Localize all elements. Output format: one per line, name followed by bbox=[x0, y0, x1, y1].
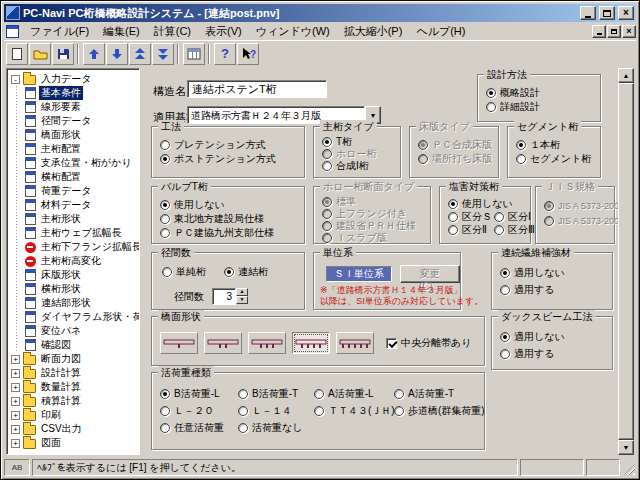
radio-option[interactable]: ＰＣ建協九州支部仕様 bbox=[160, 226, 302, 240]
tree-item[interactable]: 基本条件 bbox=[10, 86, 139, 100]
move-to-top-button[interactable] bbox=[129, 43, 151, 65]
help-button[interactable]: ? bbox=[214, 43, 236, 65]
menu-item-window[interactable]: ウィンドウ(W) bbox=[249, 22, 337, 41]
spin-up-icon[interactable]: ▲ bbox=[236, 288, 248, 296]
radio-option[interactable]: ポストテンション方式 bbox=[160, 152, 302, 166]
bridge-shape-button-4[interactable] bbox=[292, 332, 330, 354]
bridge-shape-button-3[interactable] bbox=[248, 332, 286, 354]
menu-item-edit[interactable]: 編集(E) bbox=[96, 22, 147, 41]
scrollbar-thumb[interactable] bbox=[618, 83, 634, 440]
radio-option[interactable]: １本桁 bbox=[516, 138, 598, 152]
tree-item[interactable]: 主桁桁高変化 bbox=[10, 254, 139, 268]
scroll-down-button[interactable]: ▼ bbox=[618, 440, 634, 455]
tree-item[interactable]: 主桁下フランジ拡幅長 bbox=[10, 240, 139, 254]
radio-option[interactable]: 区分Ⅲ bbox=[494, 223, 535, 236]
scroll-up-button[interactable]: ▲ bbox=[618, 68, 634, 83]
radio-option[interactable]: 歩道橋(群集荷重) bbox=[394, 402, 485, 419]
minimize-button[interactable] bbox=[580, 6, 596, 20]
radio-option[interactable]: B活荷重-L bbox=[160, 385, 238, 402]
close-button[interactable]: × bbox=[618, 6, 634, 20]
tree-item[interactable]: 床版形状 bbox=[10, 268, 139, 282]
bridge-shape-button-2[interactable] bbox=[204, 332, 242, 354]
tree-item[interactable]: 主桁配置 bbox=[10, 142, 139, 156]
move-up-button[interactable] bbox=[83, 43, 105, 65]
vertical-scrollbar[interactable]: ▲ ▼ bbox=[618, 68, 634, 455]
bridge-shape-button-1[interactable] bbox=[160, 332, 198, 354]
collapse-icon[interactable]: - bbox=[11, 75, 20, 84]
radio-option[interactable]: 詳細設計 bbox=[486, 100, 598, 114]
radio-option[interactable]: 合成I桁 bbox=[322, 160, 398, 172]
expand-icon[interactable]: + bbox=[11, 355, 20, 364]
document-icon[interactable] bbox=[6, 25, 19, 38]
radio-option[interactable]: 東北地方建設局仕様 bbox=[160, 212, 302, 226]
tree-item[interactable]: 主桁形状 bbox=[10, 212, 139, 226]
expand-icon[interactable]: + bbox=[11, 383, 20, 392]
expand-icon[interactable]: + bbox=[11, 397, 20, 406]
tree-item[interactable]: 主桁ウェブ拡幅長 bbox=[10, 226, 139, 240]
mdi-close-button[interactable]: × bbox=[622, 25, 636, 38]
spin-down-icon[interactable]: ▼ bbox=[236, 296, 248, 304]
median-strip-checkbox[interactable]: 中央分離帯あり bbox=[386, 336, 471, 350]
tree-item[interactable]: +図面 bbox=[10, 436, 139, 450]
tree-item[interactable]: 線形要素 bbox=[10, 100, 139, 114]
resize-grip[interactable] bbox=[622, 459, 636, 476]
radio-option[interactable]: 連結桁 bbox=[224, 265, 268, 279]
mdi-minimize-button[interactable] bbox=[592, 25, 606, 38]
bridge-shape-button-5[interactable] bbox=[336, 332, 374, 354]
menu-item-view[interactable]: 表示(V) bbox=[198, 22, 249, 41]
new-file-button[interactable] bbox=[6, 43, 28, 65]
expand-icon[interactable]: + bbox=[11, 369, 20, 378]
tree-item[interactable]: ダイヤフラム形状・荷重 bbox=[10, 310, 139, 324]
tree-item[interactable]: 横桁形状 bbox=[10, 282, 139, 296]
tree-item[interactable]: 横桁配置 bbox=[10, 170, 139, 184]
radio-option[interactable]: 使用しない bbox=[160, 198, 302, 212]
expand-icon[interactable]: + bbox=[11, 439, 20, 448]
radio-option[interactable]: A活荷重-T bbox=[394, 385, 485, 402]
tree-item[interactable]: 橋面形状 bbox=[10, 128, 139, 142]
tree-item[interactable]: 支承位置・桁がかり bbox=[10, 156, 139, 170]
radio-option[interactable]: A活荷重-L bbox=[314, 385, 394, 402]
radio-option[interactable]: 適用しない bbox=[500, 264, 610, 281]
tree-item[interactable]: 変位パネ bbox=[10, 324, 139, 338]
tree-item[interactable]: +印刷 bbox=[10, 408, 139, 422]
tree-item[interactable]: 確認図 bbox=[10, 338, 139, 352]
radio-option[interactable]: 適用する bbox=[500, 281, 610, 298]
radio-option[interactable]: 区分Ⅱ bbox=[448, 223, 494, 236]
open-file-button[interactable] bbox=[29, 43, 51, 65]
radio-option[interactable]: Ｌ－２０ bbox=[160, 402, 238, 419]
move-down-button[interactable] bbox=[106, 43, 128, 65]
radio-option[interactable]: 概略設計 bbox=[486, 86, 598, 100]
tree-item[interactable]: - 入力データ bbox=[10, 72, 139, 86]
radio-option[interactable]: 単純桁 bbox=[162, 265, 206, 279]
tree-item[interactable]: 材料データ bbox=[10, 198, 139, 212]
tree-item[interactable]: +数量計算 bbox=[10, 380, 139, 394]
radio-option[interactable]: 使用しない bbox=[448, 197, 535, 210]
tree-item[interactable]: 連結部形状 bbox=[10, 296, 139, 310]
move-to-bottom-button[interactable] bbox=[152, 43, 174, 65]
menu-item-calc[interactable]: 計算(C) bbox=[147, 22, 198, 41]
tree-item[interactable]: +設計計算 bbox=[10, 366, 139, 380]
tree-item[interactable]: +積算計算 bbox=[10, 394, 139, 408]
radio-option[interactable]: ＴＴ４３(ＪＨ) bbox=[314, 402, 394, 419]
radio-option[interactable]: 任意活荷重 bbox=[160, 419, 238, 436]
tree-item[interactable]: +CSV出力 bbox=[10, 422, 139, 436]
radio-option[interactable]: 適用しない bbox=[500, 328, 610, 345]
structure-name-input[interactable] bbox=[187, 80, 327, 98]
tree-item[interactable]: +断面力図 bbox=[10, 352, 139, 366]
radio-option[interactable]: 適用する bbox=[500, 345, 610, 362]
tree-item[interactable]: 径間データ bbox=[10, 114, 139, 128]
expand-icon[interactable]: + bbox=[11, 411, 20, 420]
radio-option[interactable]: 活荷重なし bbox=[238, 419, 314, 436]
table-view-button[interactable] bbox=[183, 43, 205, 65]
radio-option[interactable]: Ｌ－１４ bbox=[238, 402, 314, 419]
span-count-input[interactable] bbox=[212, 288, 236, 305]
mdi-restore-button[interactable] bbox=[607, 25, 621, 38]
save-button[interactable] bbox=[52, 43, 74, 65]
radio-option[interactable]: 区分Ｓ bbox=[448, 210, 494, 223]
radio-option[interactable]: B活荷重-T bbox=[238, 385, 314, 402]
radio-option[interactable]: プレテンション方式 bbox=[160, 138, 302, 152]
expand-icon[interactable]: + bbox=[11, 425, 20, 434]
tree-item[interactable]: 荷重データ bbox=[10, 184, 139, 198]
maximize-button[interactable] bbox=[599, 6, 615, 20]
context-help-button[interactable]: ? bbox=[237, 43, 259, 65]
